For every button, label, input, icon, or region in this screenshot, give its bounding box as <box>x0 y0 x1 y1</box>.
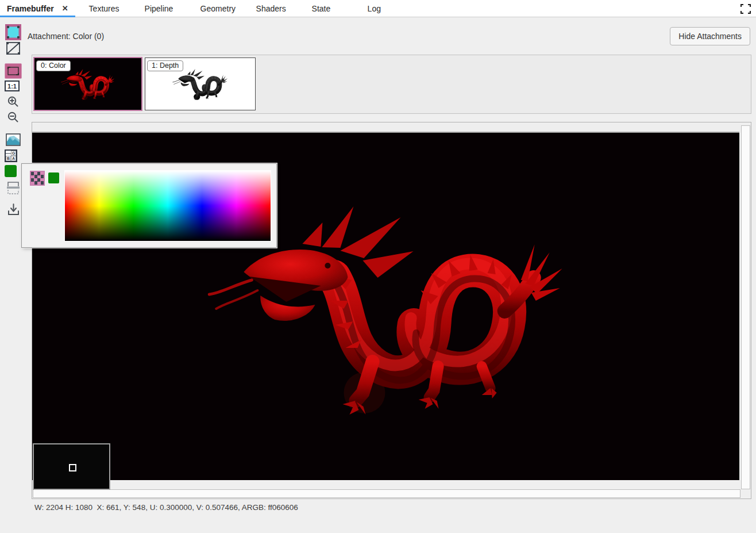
attachment-header-label: Attachment: Color (0) <box>28 32 104 41</box>
download-icon[interactable] <box>5 203 22 216</box>
channel-alpha-cell: A <box>11 156 16 161</box>
active-tab-underline <box>0 16 75 17</box>
tab-framebuffer-label: Framebuffer <box>7 4 54 13</box>
thumbnail-label-depth: 1: Depth <box>147 60 183 71</box>
rgba-channels-icon[interactable]: G B A <box>5 149 17 162</box>
minimap-viewport-indicator[interactable] <box>69 464 76 471</box>
tab-log[interactable]: Log <box>361 0 416 17</box>
zoom-in-icon[interactable] <box>5 95 22 108</box>
transparent-swatch[interactable] <box>30 171 45 186</box>
close-icon[interactable]: ✕ <box>60 4 71 13</box>
channel-red-cell <box>6 153 11 154</box>
fit-to-window-button[interactable] <box>5 63 22 79</box>
hide-attachments-button[interactable]: Hide Attachments <box>670 27 750 45</box>
tab-state[interactable]: State <box>305 0 361 17</box>
attachments-panel: 0: Color 1: Depth <box>32 55 751 114</box>
color-gradient-field[interactable] <box>64 170 271 241</box>
actual-size-button[interactable]: 1:1 <box>5 80 20 91</box>
attachment-thumbnail-color[interactable]: 0: Color <box>33 57 142 111</box>
tab-bar: Framebuffer ✕ Textures Pipeline Geometry… <box>0 0 756 17</box>
vertical-scrollbar[interactable] <box>741 125 750 489</box>
image-view-icon[interactable] <box>5 133 22 146</box>
channel-green-cell: G <box>11 151 16 156</box>
viewer-top-strip <box>32 122 740 132</box>
thumbnail-label-color: 0: Color <box>36 60 71 71</box>
tab-pipeline[interactable]: Pipeline <box>138 0 194 17</box>
status-bar-text: W: 2204 H: 1080 X: 661, Y: 548, U: 0.300… <box>34 503 298 512</box>
horizontal-scrollbar[interactable] <box>33 489 740 498</box>
minimap[interactable] <box>33 443 110 490</box>
alpha-background-swatch-icon[interactable] <box>5 24 22 40</box>
tab-geometry[interactable]: Geometry <box>194 0 249 17</box>
attachment-thumbnail-depth[interactable]: 1: Depth <box>145 57 256 110</box>
green-swatch[interactable] <box>48 172 59 183</box>
tab-textures[interactable]: Textures <box>82 0 138 17</box>
tab-shaders[interactable]: Shaders <box>249 0 305 17</box>
channel-blue-cell: B <box>6 156 11 161</box>
tab-framebuffer[interactable]: Framebuffer ✕ <box>0 0 75 17</box>
background-color-swatch[interactable] <box>5 165 17 177</box>
diagonal-wireframe-icon[interactable] <box>5 41 22 55</box>
split-view-icon[interactable] <box>5 181 22 195</box>
zoom-out-icon[interactable] <box>5 111 22 124</box>
fullscreen-icon[interactable] <box>740 3 751 14</box>
color-picker-popup <box>22 164 276 247</box>
